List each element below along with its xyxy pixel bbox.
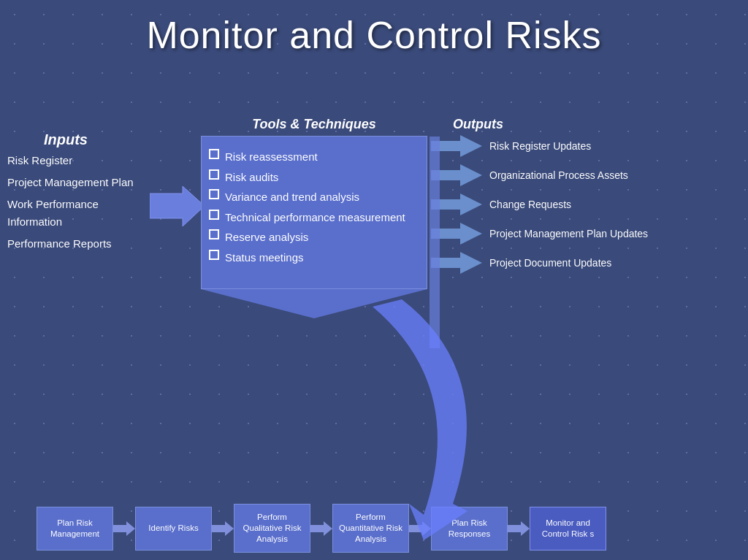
checkbox-5 (209, 229, 219, 239)
process-box-6[interactable]: Monitor and Control Risk s (530, 507, 606, 551)
process-box-1[interactable]: Plan Risk Management (37, 507, 113, 551)
output-row-1: Risk Register Updates (431, 135, 745, 157)
output-label-5: Project Document Updates (489, 256, 611, 269)
input-item-3: Work Performance Information (7, 196, 153, 231)
outputs-section: Risk Register Updates Organizational Pro… (431, 135, 745, 281)
tt-item-2: Risk audits (209, 168, 416, 187)
svg-marker-6 (460, 193, 482, 215)
inputs-section: Inputs Risk Register Project Management … (7, 131, 153, 258)
process-box-3[interactable]: Perform Qualitative Risk Analysis (234, 504, 310, 553)
process-arrow-2 (212, 521, 234, 536)
tt-item-5: Reserve analysis (209, 228, 416, 247)
outputs-label: Outputs (453, 117, 503, 132)
tt-section: Tools & Techniques Risk reassessment Ris… (201, 117, 427, 318)
tt-item-4: Technical performance measurement (209, 208, 416, 227)
svg-marker-2 (460, 135, 482, 157)
tt-item-3: Variance and trend analysis (209, 188, 416, 207)
process-arrow-5 (508, 521, 530, 536)
checkbox-2 (209, 169, 219, 180)
inputs-list: Risk Register Project Management Plan Wo… (7, 152, 153, 253)
svg-marker-0 (150, 186, 205, 226)
input-arrow (150, 186, 205, 229)
checkbox-4 (209, 210, 219, 220)
sweep-arrow (307, 299, 497, 543)
process-arrow-1 (113, 521, 135, 536)
tt-item-1: Risk reassessment (209, 147, 416, 166)
output-row-5: Project Document Updates (431, 252, 745, 274)
output-label-1: Risk Register Updates (489, 139, 591, 153)
svg-marker-10 (460, 252, 482, 274)
process-box-2[interactable]: Identify Risks (135, 507, 212, 551)
output-label-3: Change Requests (489, 198, 571, 211)
svg-marker-12 (113, 521, 135, 536)
diagram-area: Inputs Risk Register Project Management … (0, 73, 748, 458)
tt-box: Risk reassessment Risk audits Variance a… (201, 136, 427, 289)
output-label-2: Organizational Process Assets (489, 169, 628, 182)
svg-marker-4 (460, 164, 482, 186)
checkbox-1 (209, 149, 219, 159)
svg-marker-13 (212, 521, 234, 536)
input-item-2: Project Management Plan (7, 174, 153, 191)
svg-marker-8 (460, 223, 482, 245)
main-content: Monitor and Control Risks Inputs Risk Re… (0, 0, 748, 560)
inputs-label: Inputs (44, 131, 153, 148)
output-label-4: Project Management Plan Updates (489, 227, 648, 240)
output-row-3: Change Requests (431, 193, 745, 215)
tt-item-6: Status meetings (209, 248, 416, 267)
checkbox-6 (209, 250, 219, 260)
output-row-4: Project Management Plan Updates (431, 223, 745, 245)
svg-marker-16 (508, 521, 530, 536)
output-row-2: Organizational Process Assets (431, 164, 745, 186)
checkbox-3 (209, 189, 219, 199)
tt-label: Tools & Techniques (201, 117, 427, 132)
page-title: Monitor and Control Risks (0, 0, 748, 57)
input-item-4: Performance Reports (7, 235, 153, 253)
input-item-1: Risk Register (7, 152, 153, 169)
